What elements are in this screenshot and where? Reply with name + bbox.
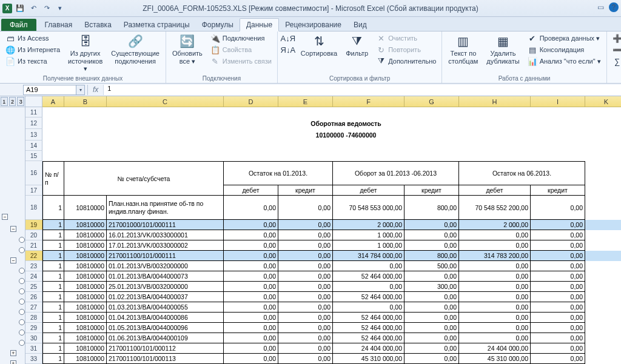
cell-val[interactable]: 0,00: [531, 282, 585, 292]
cell-n[interactable]: 1: [42, 220, 64, 230]
cell-val[interactable]: 0,00: [224, 354, 278, 364]
cell-val[interactable]: 52 464 000,00: [333, 292, 404, 302]
cell-val[interactable]: 2 000,00: [333, 220, 404, 230]
cell-val[interactable]: 0,00: [531, 323, 585, 333]
redo-icon[interactable]: ↷: [41, 3, 52, 14]
cell-val[interactable]: 0,00: [459, 333, 531, 343]
cell-val[interactable]: 0,00: [333, 261, 404, 271]
qat-dropdown-icon[interactable]: ▾: [55, 3, 65, 14]
ungroup-button[interactable]: ➖Разгруппировать ▾: [611, 44, 621, 55]
name-box[interactable]: A19: [23, 85, 76, 95]
cell-acct[interactable]: 10810000: [64, 313, 107, 323]
refresh-all-button[interactable]: 🔄Обновить все ▾: [170, 33, 205, 66]
subtotal-button[interactable]: ∑Промежуточный итог: [611, 56, 621, 67]
cell-val[interactable]: 0,00: [404, 354, 459, 364]
row-header[interactable]: 16: [25, 161, 42, 185]
cell-desc[interactable]: 217001100/101/000113: [107, 354, 224, 364]
remove-duplicates-button[interactable]: ▦Удалить дубликаты: [484, 33, 522, 66]
cell-val[interactable]: 0,00: [333, 302, 404, 313]
cell-acct[interactable]: 10810000: [64, 230, 107, 240]
cell-acct[interactable]: 10810000: [64, 292, 107, 302]
row-header[interactable]: 26: [25, 292, 42, 302]
cell-val[interactable]: 0,00: [224, 230, 278, 240]
row-header[interactable]: 13: [25, 129, 42, 141]
cell-val[interactable]: 0,00: [531, 292, 585, 302]
col-header[interactable]: F: [333, 96, 404, 107]
cell-val[interactable]: 0,00: [224, 313, 278, 323]
row-header[interactable]: 27: [25, 302, 42, 313]
cell-val[interactable]: 0,00: [531, 261, 585, 271]
row-header[interactable]: 18: [25, 196, 42, 220]
file-tab[interactable]: Файл: [1, 19, 36, 31]
cell-val[interactable]: 0,00: [333, 282, 404, 292]
cell-val[interactable]: 0,00: [531, 302, 585, 313]
cell-acct[interactable]: 10810000: [64, 271, 107, 282]
cell-desc[interactable]: 01.03.2013/BA/0044000055: [107, 302, 224, 313]
row-header[interactable]: 31: [25, 343, 42, 354]
row-header[interactable]: 11: [25, 107, 42, 117]
cell-val[interactable]: 0,00: [531, 313, 585, 323]
cell-acct[interactable]: 10810000: [64, 354, 107, 364]
cell-n[interactable]: 1: [42, 292, 64, 302]
cell-val[interactable]: 70 548 553 000,00: [333, 196, 404, 220]
col-header[interactable]: H: [459, 96, 531, 107]
connections-button[interactable]: 🔌Подключения: [209, 33, 274, 44]
cell-val[interactable]: 2 000,00: [459, 220, 531, 230]
cell-val[interactable]: 0,00: [459, 271, 531, 282]
cell-val[interactable]: 500,00: [404, 261, 459, 271]
row-header[interactable]: 29: [25, 323, 42, 333]
cell-val[interactable]: 314 784 000,00: [333, 251, 404, 261]
row-header[interactable]: 12: [25, 117, 42, 129]
row-header[interactable]: 30: [25, 333, 42, 343]
cell-acct[interactable]: 10810000: [64, 333, 107, 343]
col-header[interactable]: K: [585, 96, 621, 107]
cell-val[interactable]: 0,00: [224, 220, 278, 230]
sort-desc-button[interactable]: Я↓А: [281, 44, 295, 55]
cell-desc[interactable]: 16.01.2013/VK/0033000001: [107, 230, 224, 240]
cell-val[interactable]: 0,00: [278, 220, 333, 230]
cell-acct[interactable]: 10810000: [64, 240, 107, 251]
tab-layout[interactable]: Разметка страницы: [118, 19, 196, 31]
tab-view[interactable]: Вид: [347, 19, 373, 31]
what-if-button[interactable]: 📊Анализ "что если" ▾: [526, 56, 603, 67]
save-icon[interactable]: 💾: [15, 3, 25, 14]
outline-level-3[interactable]: 3: [17, 97, 24, 106]
cell-val[interactable]: 0,00: [459, 313, 531, 323]
cell-val[interactable]: 0,00: [224, 196, 278, 220]
cell-val[interactable]: 0,00: [278, 313, 333, 323]
col-header[interactable]: I: [531, 96, 585, 107]
cell-val[interactable]: 0,00: [459, 292, 531, 302]
cell-val[interactable]: 0,00: [278, 251, 333, 261]
cell-val[interactable]: 300,00: [404, 282, 459, 292]
col-header[interactable]: D: [224, 96, 278, 107]
cell-n[interactable]: 1: [42, 230, 64, 240]
cell-acct[interactable]: 10810000: [64, 251, 107, 261]
row-header[interactable]: 17: [25, 185, 42, 196]
consolidate-button[interactable]: ▤Консолидация: [526, 44, 603, 55]
cell-desc[interactable]: 01.04.2013/BA/0044000086: [107, 313, 224, 323]
cell-val[interactable]: 0,00: [459, 323, 531, 333]
cell-desc[interactable]: 217001100/101/000112: [107, 343, 224, 354]
from-web-button[interactable]: 🌐Из Интернета: [4, 44, 62, 55]
cell-val[interactable]: 1 000,00: [333, 240, 404, 251]
row-header[interactable]: 22: [25, 251, 42, 261]
row-header[interactable]: 15: [25, 151, 42, 161]
sort-button[interactable]: ⇅Сортировка: [298, 33, 340, 59]
cell-n[interactable]: 1: [42, 313, 64, 323]
cell-val[interactable]: 0,00: [459, 240, 531, 251]
cell-val[interactable]: 52 464 000,00: [333, 323, 404, 333]
tab-insert[interactable]: Вставка: [78, 19, 118, 31]
cell-val[interactable]: 0,00: [224, 240, 278, 251]
name-box-dropdown-icon[interactable]: ▾: [76, 85, 85, 95]
grid[interactable]: ABCDEFGHIKL1112Оборотная ведомость131010…: [25, 96, 621, 364]
col-header[interactable]: B: [64, 96, 107, 107]
undo-icon[interactable]: ↶: [28, 3, 39, 14]
cell-val[interactable]: 52 464 000,00: [333, 271, 404, 282]
cell-val[interactable]: 0,00: [459, 302, 531, 313]
col-header[interactable]: C: [107, 96, 224, 107]
cell-desc[interactable]: 01.01.2013/VB/0032000000: [107, 261, 224, 271]
cell-val[interactable]: 0,00: [278, 323, 333, 333]
existing-conn-button[interactable]: 🔗Существующие подключения: [109, 33, 162, 66]
from-other-button[interactable]: 🗄Из других источников ▾: [65, 33, 105, 74]
cell-val[interactable]: 800,00: [404, 251, 459, 261]
